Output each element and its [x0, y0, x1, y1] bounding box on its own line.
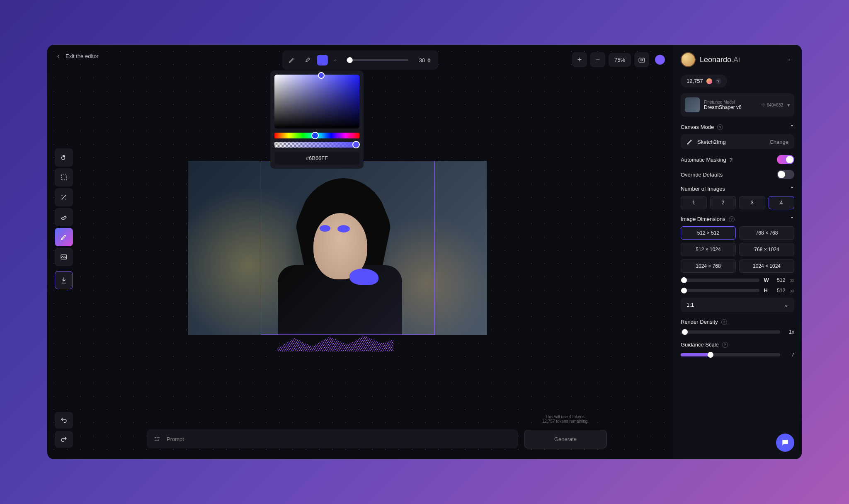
dim-1024-1024[interactable]: 1024 × 1024 [739, 259, 794, 273]
height-value: 512 [775, 288, 785, 293]
undo-button[interactable] [55, 412, 73, 429]
zoom-in-button[interactable]: + [572, 52, 587, 67]
guidance-header[interactable]: Guidance Scale ? [681, 342, 794, 348]
num-images-options: 1 2 3 4 [681, 196, 794, 209]
auto-masking-toggle[interactable] [777, 155, 794, 164]
dimensions-header[interactable]: Image Dimensions ? ⌃ [681, 216, 794, 222]
canvas-mode-header[interactable]: Canvas Mode ? ⌃ [681, 124, 794, 130]
collapse-panel-button[interactable]: ← [787, 56, 794, 64]
model-dimensions: 640×832 [761, 103, 783, 107]
render-density-row: 1x [681, 329, 794, 335]
credits-badge[interactable]: 12,757 ? [681, 75, 727, 87]
num-images-1[interactable]: 1 [681, 196, 707, 209]
brush-size-field[interactable]: 30 [415, 55, 435, 66]
aspect-ratio-value: 1:1 [686, 302, 694, 308]
dim-768-1024[interactable]: 768 × 1024 [739, 243, 794, 256]
select-icon [60, 174, 68, 181]
alpha-thumb[interactable] [352, 141, 360, 148]
render-density-slider[interactable] [681, 330, 780, 334]
token-info: This will use 4 tokens. 12,757 tokens re… [524, 414, 607, 424]
saturation-box[interactable] [274, 75, 359, 128]
pan-tool[interactable] [55, 148, 73, 167]
pencil-tool-button[interactable] [286, 54, 298, 66]
camera-button[interactable] [634, 52, 649, 67]
model-selector[interactable]: Finetuned Model DreamShaper v6 640×832 ▾ [681, 93, 794, 116]
guidance-slider[interactable] [681, 353, 780, 356]
auto-masking-label: Automatic Masking [681, 157, 726, 163]
aspect-ratio-select[interactable]: 1:1 ⌄ [681, 298, 794, 312]
zoom-controls: + − 75% [572, 52, 665, 67]
guidance-value: 7 [784, 352, 794, 358]
model-name: DreamShaper v6 [704, 104, 757, 110]
generate-button[interactable]: Generate [524, 430, 607, 448]
change-mode-button[interactable]: Change [769, 139, 788, 145]
model-type-label: Finetuned Model [704, 100, 757, 104]
color-swatch-button[interactable] [317, 55, 328, 65]
redo-button[interactable] [55, 431, 73, 448]
undo-icon [60, 417, 68, 424]
draw-tool[interactable] [55, 228, 73, 246]
eraser-tool[interactable] [55, 208, 73, 226]
width-slider[interactable] [681, 279, 759, 282]
saturation-thumb[interactable] [318, 72, 325, 79]
help-icon[interactable]: ? [721, 319, 727, 325]
wand-icon [60, 194, 68, 201]
help-icon[interactable]: ? [717, 124, 723, 130]
canvas-area[interactable]: Exit the editor 30 [47, 45, 673, 459]
eyedropper-tool-button[interactable] [301, 54, 314, 66]
override-toggle[interactable] [777, 170, 794, 179]
num-images-4[interactable]: 4 [769, 196, 795, 209]
help-icon[interactable]: ? [716, 78, 721, 84]
chevron-up-icon: ⌃ [790, 124, 794, 130]
prompt-input[interactable]: Prompt [147, 429, 518, 448]
exit-editor-button[interactable]: Exit the editor [56, 53, 99, 59]
help-icon[interactable]: ? [729, 216, 735, 222]
redo-icon [60, 436, 68, 443]
brand: Leonardo.Ai ← [681, 52, 794, 67]
brush-size-up[interactable] [427, 58, 431, 60]
color-dropdown-toggle[interactable] [331, 54, 340, 66]
magic-tool[interactable] [55, 188, 73, 206]
hand-icon [60, 154, 68, 161]
chevron-up-icon: ⌃ [790, 186, 794, 192]
canvas-image[interactable] [188, 161, 487, 335]
hue-thumb[interactable] [311, 132, 319, 139]
credits-value: 12,757 [686, 78, 703, 84]
dim-768-768[interactable]: 768 × 768 [739, 226, 794, 240]
model-thumbnail [685, 97, 700, 112]
dim-512-512[interactable]: 512 × 512 [681, 226, 736, 240]
image-tool[interactable] [55, 248, 73, 266]
num-images-header[interactable]: Number of Images ⌃ [681, 186, 794, 192]
brush-slider-thumb[interactable] [347, 57, 353, 63]
hex-input[interactable]: #6B66FF [274, 152, 359, 165]
select-tool[interactable] [55, 168, 73, 187]
help-icon[interactable]: ? [722, 342, 728, 348]
brush-size-down[interactable] [427, 61, 431, 63]
zoom-out-button[interactable]: − [590, 52, 605, 67]
eyedropper-icon [304, 57, 311, 63]
alpha-slider[interactable] [274, 142, 359, 148]
sliders-icon [153, 435, 161, 443]
canvas-mode-value: Sketch2Img [697, 139, 726, 145]
help-icon[interactable]: ? [730, 157, 733, 163]
hue-slider[interactable] [274, 133, 359, 138]
chevron-up-icon: ⌃ [790, 216, 794, 222]
width-slider-row: W 512 px [681, 277, 794, 283]
download-button[interactable] [55, 271, 73, 289]
dim-1024-768[interactable]: 1024 × 768 [681, 259, 736, 273]
color-picker-panel: #6B66FF [270, 70, 364, 169]
brush-toolbar: 30 [282, 51, 438, 70]
zoom-value[interactable]: 75% [609, 53, 631, 67]
chat-button[interactable] [776, 434, 794, 452]
width-value: 512 [775, 277, 785, 283]
brush-size-slider[interactable] [346, 59, 408, 61]
override-label: Override Defaults [681, 172, 723, 178]
dim-512-1024[interactable]: 512 × 1024 [681, 243, 736, 256]
user-avatar[interactable] [655, 55, 665, 65]
render-density-header[interactable]: Render Density ? [681, 319, 794, 325]
render-density-value: 1x [784, 329, 794, 335]
num-images-3[interactable]: 3 [739, 196, 765, 209]
num-images-2[interactable]: 2 [710, 196, 736, 209]
prompt-area: This will use 4 tokens. 12,757 tokens re… [147, 429, 607, 448]
height-slider[interactable] [681, 289, 759, 292]
